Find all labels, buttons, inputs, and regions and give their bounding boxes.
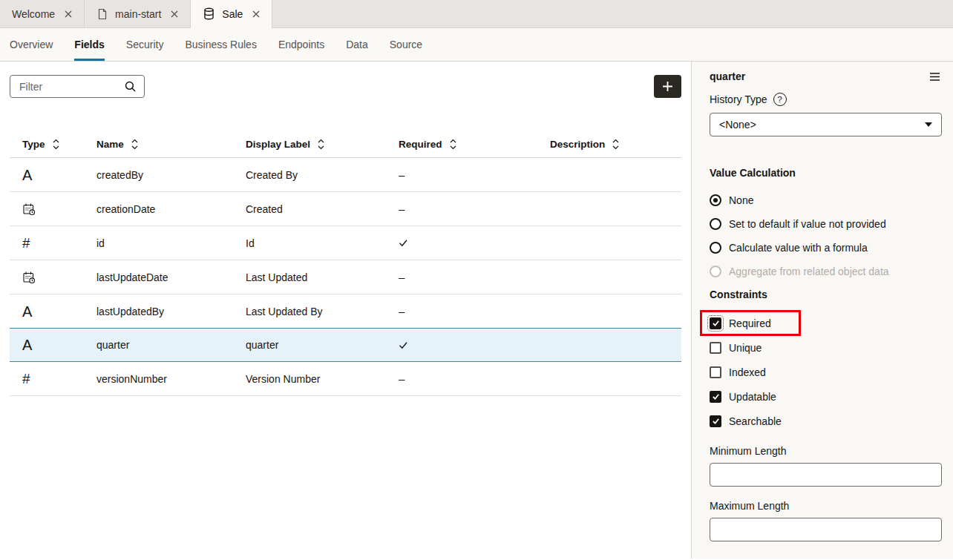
column-header-name: Name <box>96 139 246 150</box>
radio-button[interactable] <box>710 242 721 254</box>
tab-endpoints[interactable]: Endpoints <box>278 28 324 61</box>
text-type-icon: A <box>22 337 32 353</box>
window-tab-welcome[interactable]: Welcome <box>0 0 85 27</box>
cell-name: quarter <box>96 339 246 351</box>
constraints-options: RequiredUniqueIndexedUpdatableSearchable <box>710 317 942 428</box>
checkbox-label: Unique <box>729 342 762 354</box>
sort-icon[interactable] <box>131 139 138 150</box>
search-icon <box>124 80 137 93</box>
checkbox-option-unique[interactable]: Unique <box>710 341 942 355</box>
cell-type: A <box>22 168 96 182</box>
radio-option-set-to-default-if-value-not-provided[interactable]: Set to default if value not provided <box>710 217 942 231</box>
cell-name: creationDate <box>96 203 246 215</box>
cell-display-label: Version Number <box>246 373 399 385</box>
tab-fields[interactable]: Fields <box>74 28 104 61</box>
sort-icon[interactable] <box>53 139 59 150</box>
minimum-length-label: Minimum Length <box>710 445 942 457</box>
checkbox[interactable] <box>710 366 721 378</box>
checkbox-label: Updatable <box>729 391 776 403</box>
panel-header: quarter <box>710 70 942 83</box>
sort-icon[interactable] <box>318 139 324 150</box>
number-type-icon: # <box>22 235 30 251</box>
column-header-description: Description <box>550 139 681 150</box>
content-area: TypeNameDisplay LabelRequiredDescription… <box>0 62 953 559</box>
maximum-length-input[interactable] <box>710 518 942 541</box>
radio-option-calculate-value-with-a-formula[interactable]: Calculate value with a formula <box>710 241 942 254</box>
not-required-dash: – <box>399 271 405 283</box>
radio-button[interactable] <box>710 194 721 206</box>
object-nav-tabs: OverviewFieldsSecurityBusiness RulesEndp… <box>0 28 953 62</box>
close-icon[interactable] <box>65 10 72 18</box>
cell-name: id <box>96 237 246 249</box>
checkbox-option-searchable[interactable]: Searchable <box>710 415 942 428</box>
checkbox-label: Indexed <box>729 366 766 378</box>
maximum-length-label: Maximum Length <box>710 500 942 512</box>
text-type-icon: A <box>22 167 32 183</box>
table-row-lastupdatedby[interactable]: AlastUpdatedByLast Updated By– <box>10 294 681 329</box>
cell-required <box>399 341 550 349</box>
column-label: Description <box>550 139 605 150</box>
tab-data[interactable]: Data <box>346 28 368 61</box>
window-tab-bar: Welcomemain-startSale <box>0 0 953 28</box>
column-label: Type <box>22 139 45 150</box>
sort-icon[interactable] <box>450 139 456 150</box>
table-row-createdby[interactable]: AcreatedByCreated By– <box>10 158 681 192</box>
cell-type <box>22 271 96 284</box>
table-row-versionnumber[interactable]: #versionNumberVersion Number– <box>10 362 681 396</box>
tab-source[interactable]: Source <box>390 28 422 61</box>
add-field-button[interactable] <box>654 75 681 98</box>
checkbox[interactable] <box>710 391 721 403</box>
checkbox[interactable] <box>710 342 721 354</box>
checkbox-label: Searchable <box>729 415 782 427</box>
number-type-icon: # <box>22 371 30 386</box>
fields-table-body: AcreatedByCreated By–creationDateCreated… <box>10 158 681 396</box>
sort-icon[interactable] <box>612 139 619 150</box>
tab-overview[interactable]: Overview <box>10 28 53 61</box>
cell-name: lastUpdateDate <box>96 271 246 283</box>
tab-security[interactable]: Security <box>126 28 164 61</box>
table-row-id[interactable]: #idId <box>10 226 681 260</box>
filter-input[interactable] <box>18 80 124 93</box>
table-row-creationdate[interactable]: creationDateCreated– <box>10 192 681 226</box>
history-type-select[interactable]: <None> <box>710 113 942 136</box>
close-icon[interactable] <box>252 10 260 18</box>
radio-label: Calculate value with a formula <box>729 242 868 254</box>
cell-type: A <box>22 337 96 352</box>
column-label: Required <box>399 139 442 150</box>
checkbox-option-indexed[interactable]: Indexed <box>710 366 942 379</box>
minimum-length-input[interactable] <box>710 463 942 487</box>
radio-button[interactable] <box>710 218 721 230</box>
not-required-dash: – <box>399 202 405 215</box>
table-row-lastupdatedate[interactable]: lastUpdateDateLast Updated– <box>10 260 681 294</box>
window-tab-label: Welcome <box>12 8 55 20</box>
window-tab-sale[interactable]: Sale <box>191 0 272 27</box>
tab-business-rules[interactable]: Business Rules <box>185 28 257 61</box>
checkbox-option-required[interactable]: Required <box>710 317 942 330</box>
page-icon <box>96 8 108 20</box>
datetime-type-icon <box>22 202 96 216</box>
checkbox[interactable] <box>710 317 721 329</box>
cell-display-label: Id <box>246 237 399 249</box>
history-type-value: <None> <box>719 119 756 131</box>
checkbox-option-updatable[interactable]: Updatable <box>710 390 942 403</box>
filter-input-wrapper <box>10 75 145 98</box>
table-row-quarter[interactable]: Aquarterquarter <box>10 328 681 362</box>
database-icon <box>203 7 215 20</box>
column-header-required: Required <box>399 139 550 150</box>
cell-required: – <box>399 372 550 385</box>
value-calculation-options: NoneSet to default if value not provided… <box>710 194 942 278</box>
checkbox[interactable] <box>710 415 721 427</box>
menu-icon[interactable] <box>928 70 942 83</box>
cell-display-label: Last Updated <box>246 271 399 283</box>
cell-name: createdBy <box>96 169 246 181</box>
help-icon[interactable]: ? <box>773 93 787 106</box>
cell-type: # <box>22 372 96 386</box>
fields-main-area: TypeNameDisplay LabelRequiredDescription… <box>0 62 691 559</box>
radio-option-none[interactable]: None <box>710 194 942 207</box>
column-label: Display Label <box>246 139 310 150</box>
close-icon[interactable] <box>171 10 178 18</box>
cell-required: – <box>399 271 550 283</box>
cell-display-label: Created <box>246 203 399 215</box>
fields-table: TypeNameDisplay LabelRequiredDescription… <box>10 131 681 396</box>
window-tab-main-start[interactable]: main-start <box>85 0 191 27</box>
